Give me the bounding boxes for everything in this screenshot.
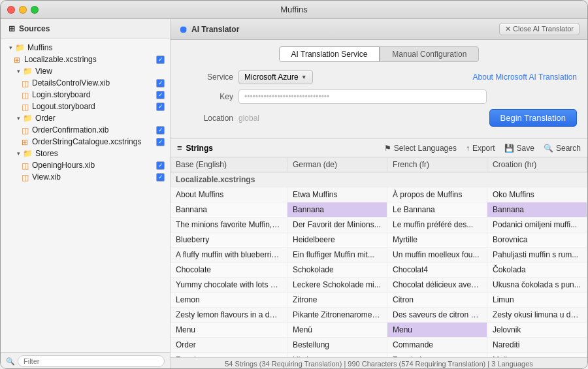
table-row[interactable]: OrderBestellungCommandeNarediti [171, 338, 587, 353]
folder-icon: 📁 [15, 43, 25, 52]
sidebar-item-openinghours[interactable]: ◫ OpeningHours.xib ✓ [1, 159, 170, 171]
checkbox-view-xib[interactable]: ✓ [156, 173, 165, 182]
sidebar-item-view-xib[interactable]: ◫ View.xib ✓ [1, 171, 170, 183]
strings-toolbar-right: ⚑ Select Languages ↑ Export 💾 Save 🔍 Sea… [384, 144, 581, 153]
checkbox-orderstringcatalogue[interactable]: ✓ [156, 138, 165, 146]
strings-icon: ≡ [177, 143, 182, 153]
cell-de: Etwa Muffins [287, 187, 387, 202]
begin-translation-button[interactable]: Begin Translation [489, 109, 577, 127]
filter-icon: 🔍 [6, 357, 15, 366]
tab-manual-configuration[interactable]: Manual Configuration [380, 46, 479, 62]
tab-ai-translation-service[interactable]: AI Translation Service [279, 46, 380, 62]
checkbox-localizable[interactable]: ✓ [156, 56, 165, 64]
strings-label: Strings [186, 144, 213, 153]
select-languages-label: Select Languages [394, 144, 457, 153]
sidebar-item-stores-group[interactable]: ▾ 📁 Stores [1, 148, 170, 159]
export-button[interactable]: ↑ Export [466, 144, 495, 153]
cell-base: Bannana [171, 202, 287, 217]
service-select[interactable]: Microsoft Azure ▼ [238, 70, 313, 84]
checkbox-openinghours[interactable]: ✓ [156, 161, 165, 170]
table-row[interactable]: BlueberryHeidelbeereMyrtilleBorovnica [171, 233, 587, 248]
disclosure-icon: ▾ [14, 67, 23, 76]
disclosure-icon: ▾ [6, 43, 15, 52]
minimize-button[interactable] [19, 6, 27, 14]
file-icon: ◫ [22, 91, 29, 99]
sidebar-item-logout-storyboard[interactable]: ◫ Logout.storyboard ✓ [1, 101, 170, 112]
file-icon: ◫ [22, 126, 29, 134]
location-label: Location [181, 114, 233, 123]
col-header-hr: Croation (hr) [487, 157, 587, 172]
sidebar-item-label: OrderStringCatalogue.xcstrings [32, 137, 154, 146]
cell-hr: Čokolada [487, 263, 587, 278]
sidebar-item-detailscontrolview[interactable]: ◫ DetailsControlView.xib ✓ [1, 77, 170, 89]
maximize-button[interactable] [31, 6, 39, 14]
key-input[interactable] [238, 89, 487, 104]
titlebar-buttons [7, 6, 39, 14]
sources-icon: ⊞ [8, 24, 15, 33]
checkbox-orderconfirmation[interactable]: ✓ [156, 126, 165, 135]
file-icon: ◫ [22, 161, 29, 169]
select-languages-button[interactable]: ⚑ Select Languages [384, 144, 457, 153]
cell-de: Der Favorit der Minions... [287, 217, 387, 233]
cell-fr: Menu [387, 323, 487, 338]
cell-base: Blueberry [171, 233, 287, 248]
group-header-row: Localizable.xcstrings [171, 172, 587, 187]
file-icon: ⊞ [22, 138, 29, 146]
table-row[interactable]: The minions favorite Muffin, Ban...Der F… [171, 217, 587, 233]
sidebar-item-muffins[interactable]: ▾ 📁 Muffins [1, 42, 170, 54]
strings-toolbar-left: ≡ Strings [177, 143, 213, 153]
cell-hr: Jelovnik [487, 323, 587, 338]
table-row[interactable]: About MuffinsEtwa MuffinsÀ propos de Muf… [171, 187, 587, 202]
cell-de: Bestellung [287, 338, 387, 353]
sidebar-item-label: Order [35, 114, 165, 123]
checkbox-details[interactable]: ✓ [156, 79, 165, 88]
ai-config: AI Translation Service Manual Configurat… [171, 40, 587, 139]
sidebar-item-label: OpeningHours.xib [32, 161, 154, 170]
sidebar-item-localizable[interactable]: ⊞ Localizable.xcstrings ✓ [1, 54, 170, 65]
file-icon: ◫ [22, 173, 29, 181]
sidebar-item-orderconfirmation[interactable]: ◫ OrderConfirmation.xib ✓ [1, 124, 170, 136]
save-button[interactable]: 💾 Save [504, 144, 534, 153]
sidebar-item-login-storyboard[interactable]: ◫ Login.storyboard ✓ [1, 89, 170, 101]
cell-hr: Limun [487, 293, 587, 308]
folder-icon: 📁 [23, 67, 33, 76]
table-row[interactable]: Zesty lemon flavours in a delico...Pikan… [171, 308, 587, 323]
disclosure-icon: ▾ [14, 149, 23, 158]
config-row-service: Service Microsoft Azure ▼ About Microsof… [181, 70, 577, 84]
close-button[interactable] [7, 6, 15, 14]
sidebar-item-view-group[interactable]: ▾ 📁 View [1, 65, 170, 77]
cell-base: Order [171, 338, 287, 353]
cell-hr: Bannana [487, 202, 587, 217]
table-row[interactable]: MenuMenüMenuJelovnik [171, 323, 587, 338]
cell-hr: Podanici omiljeni muffi... [487, 217, 587, 233]
sidebar-item-order-group[interactable]: ▾ 📁 Order [1, 112, 170, 124]
checkbox-logout[interactable]: ✓ [156, 103, 165, 111]
cell-fr: Chocolat4 [387, 263, 487, 278]
cell-base: Lemon [171, 293, 287, 308]
cell-hr: Oko Muffins [487, 187, 587, 202]
cell-hr: Malina [487, 353, 587, 358]
translator-label: ⏺ AI Translator [178, 24, 239, 35]
cell-base: The minions favorite Muffin, Ban... [171, 217, 287, 233]
sidebar-item-label: Logout.storyboard [32, 102, 154, 111]
cell-hr: Zesty okusi limuna u de... [487, 308, 587, 323]
table-row[interactable]: BannanaBannanaLe BannanaBannana [171, 202, 587, 217]
cell-fr: À propos de Muffins [387, 187, 487, 202]
cell-hr: Narediti [487, 338, 587, 353]
cell-de: Zitrone [287, 293, 387, 308]
table-row[interactable]: Yummy chocolate with lots of ch...Lecker… [171, 278, 587, 293]
cell-de: Bannana [287, 202, 387, 217]
filter-input[interactable] [18, 355, 165, 367]
sidebar-item-orderstringcatalogue[interactable]: ⊞ OrderStringCatalogue.xcstrings ✓ [1, 136, 170, 148]
table-row[interactable]: LemonZitroneCitronLimun [171, 293, 587, 308]
table-row[interactable]: ChocolateSchokoladeChocolat4Čokolada [171, 263, 587, 278]
checkbox-login[interactable]: ✓ [156, 91, 165, 99]
table-row[interactable]: A fluffy muffin with blueberries a...Ein… [171, 248, 587, 263]
ai-translator-title: AI Translator [191, 25, 239, 34]
table-row[interactable]: RaspberryHimbeereFramboiseMalina [171, 353, 587, 358]
search-button[interactable]: 🔍 Search [544, 144, 581, 153]
cell-base: Raspberry [171, 353, 287, 358]
close-ai-translator-button[interactable]: ✕ Close AI Translator [499, 23, 580, 35]
about-link[interactable]: About Microsoft AI Translation [473, 72, 577, 82]
file-icon: ◫ [22, 79, 29, 87]
